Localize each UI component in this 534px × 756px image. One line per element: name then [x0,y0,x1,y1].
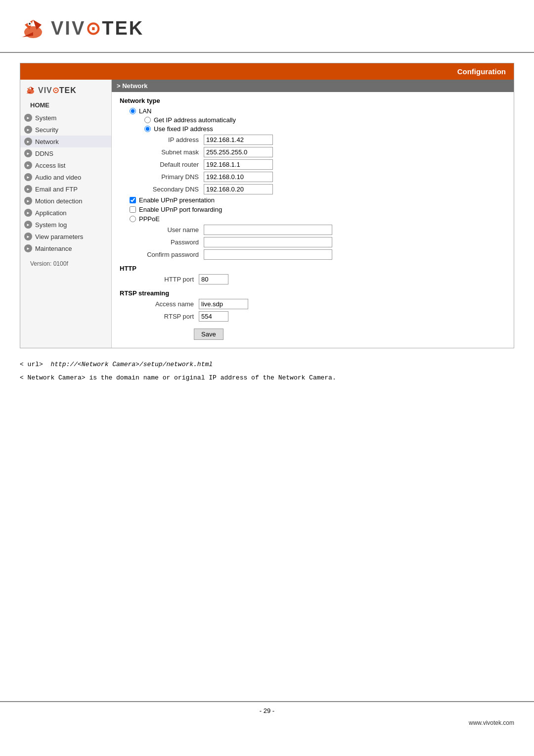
sidebar-label-email-ftp: Email and FTP [35,186,78,193]
sidebar-home[interactable]: HOME [20,97,111,112]
page-number: - 29 - [0,707,534,714]
enable-upnp-port-label: Enable UPnP port forwarding [139,206,222,213]
ip-address-row: IP address [134,135,506,145]
arrow-icon [24,173,32,181]
sidebar-item-ddns[interactable]: DDNS [20,147,111,159]
default-router-label: Default router [134,161,204,168]
use-fixed-label: Use fixed IP address [154,125,213,133]
sidebar: VIV⊙TEK HOME System Security Network DDN… [20,80,112,348]
enable-upnp-checkbox[interactable] [130,197,136,203]
arrow-icon [24,161,32,169]
secondary-dns-row: Secondary DNS [134,184,506,194]
sidebar-item-system[interactable]: System [20,112,111,124]
ip-address-label: IP address [134,136,204,143]
below-panel: < url> http://<Network Camera>/setup/net… [20,358,514,384]
sidebar-label-ddns: DDNS [35,150,53,157]
sidebar-item-motion-detection[interactable]: Motion detection [20,195,111,207]
enable-upnp-port-row[interactable]: Enable UPnP port forwarding [130,206,506,213]
sidebar-item-access-list[interactable]: Access list [20,159,111,171]
arrow-icon [24,138,32,145]
password-input[interactable] [204,237,332,247]
default-router-row: Default router [134,159,506,170]
password-row: Password [134,237,506,247]
arrow-icon [24,221,32,229]
get-ip-auto-row[interactable]: Get IP address automatically [144,116,506,124]
bottom-rule [0,701,534,702]
subnet-mask-label: Subnet mask [134,148,204,156]
rtsp-port-label: RTSP port [130,313,199,320]
arrow-icon [24,209,32,217]
sidebar-label-network: Network [35,138,59,145]
password-label: Password [134,238,204,246]
top-logo: VIV⊙TEK [20,15,514,42]
sidebar-label-audio-video: Audio and video [35,174,81,181]
sidebar-item-security[interactable]: Security [20,124,111,136]
primary-dns-row: Primary DNS [134,172,506,182]
sidebar-label-system-log: System log [35,221,67,229]
sidebar-item-system-log[interactable]: System log [20,219,111,231]
save-button[interactable]: Save [194,329,223,340]
sidebar-label-security: Security [35,126,58,134]
default-router-input[interactable] [204,159,273,170]
access-name-label: Access name [130,300,199,308]
rtsp-port-input[interactable] [199,311,228,322]
sidebar-item-maintenance[interactable]: Maintenance [20,242,111,254]
http-port-input[interactable] [199,274,228,284]
sidebar-label-maintenance: Maintenance [35,245,72,252]
sidebar-label-system: System [35,114,56,122]
get-ip-auto-radio[interactable] [144,117,151,123]
url-label: < url> [20,361,50,368]
footer-website: www.vivotek.com [0,719,534,726]
pppoe-label: PPPoE [139,215,160,223]
use-fixed-radio[interactable] [144,126,151,132]
enable-upnp-row[interactable]: Enable UPnP presentation [130,196,506,204]
pppoe-row[interactable]: PPPoE [130,215,506,223]
use-fixed-ip-row[interactable]: Use fixed IP address [144,125,506,133]
confirm-password-row: Confirm password [134,249,506,260]
sidebar-item-network[interactable]: Network [20,136,111,147]
sidebar-label-view-parameters: View parameters [35,233,83,240]
sidebar-item-audio-video[interactable]: Audio and video [20,171,111,183]
access-name-input[interactable] [199,299,248,309]
arrow-icon [24,126,32,134]
arrow-icon [24,197,32,205]
ip-address-input[interactable] [204,135,273,145]
rtsp-section-title: RTSP streaming [120,289,506,297]
lan-label: LAN [139,107,151,115]
lan-radio[interactable] [130,108,136,114]
rtsp-port-row: RTSP port [130,311,506,322]
enable-upnp-port-checkbox[interactable] [130,206,136,213]
top-logo-area: VIV⊙TEK [0,0,534,52]
subnet-mask-row: Subnet mask [134,147,506,157]
sidebar-item-application[interactable]: Application [20,207,111,219]
lan-radio-row[interactable]: LAN [130,107,506,115]
url-value: http://<Network Camera>/setup/network.ht… [50,361,213,368]
secondary-dns-input[interactable] [204,184,273,194]
sidebar-item-email-ftp[interactable]: Email and FTP [20,183,111,195]
arrow-icon [24,149,32,157]
confirm-password-input[interactable] [204,249,332,260]
secondary-dns-label: Secondary DNS [134,186,204,193]
sidebar-label-access-list: Access list [35,162,65,169]
svg-point-10 [29,88,30,89]
username-label: User name [134,226,204,234]
access-name-row: Access name [130,299,506,309]
username-input[interactable] [204,225,332,235]
http-section-title: HTTP [120,265,506,272]
pppoe-radio[interactable] [130,216,136,222]
get-ip-auto-label: Get IP address automatically [154,116,236,124]
below-description: < Network Camera> is the domain name or … [20,372,514,383]
sidebar-logo-text: VIV⊙TEK [38,86,77,95]
main-panel: Configuration VIV⊙TEK HOME [20,63,514,348]
sidebar-item-view-parameters[interactable]: View parameters [20,231,111,242]
sidebar-label-application: Application [35,209,67,217]
username-row: User name [134,225,506,235]
subnet-mask-input[interactable] [204,147,273,157]
bottom-area: - 29 - www.vivotek.com [0,701,534,726]
http-port-row: HTTP port [130,274,506,284]
primary-dns-input[interactable] [204,172,273,182]
save-button-row: Save [194,326,506,340]
vivotek-bird-icon [20,15,47,42]
sidebar-bird-icon [25,85,36,95]
sidebar-label-motion-detection: Motion detection [35,197,82,205]
